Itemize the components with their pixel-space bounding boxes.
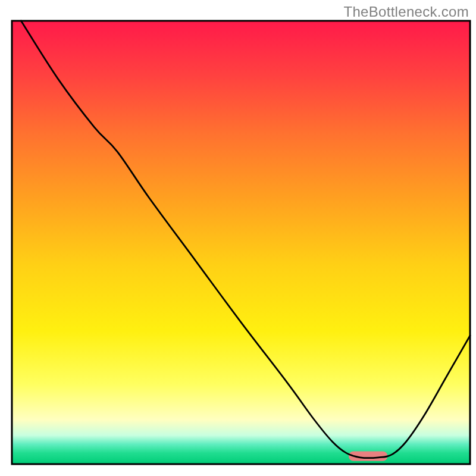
watermark-text: TheBottleneck.com — [343, 4, 469, 20]
gradient-background — [12, 21, 470, 464]
bottleneck-chart — [0, 0, 476, 476]
chart-container: TheBottleneck.com — [0, 0, 476, 476]
